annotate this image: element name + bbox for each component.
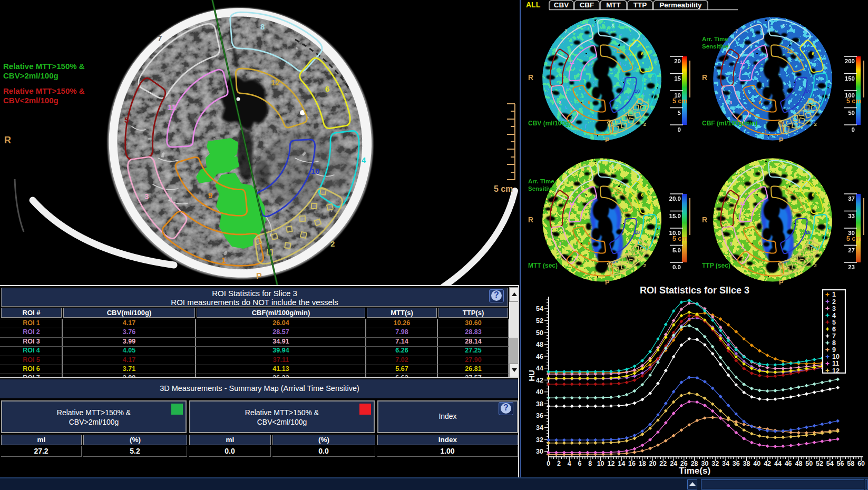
svg-text:6: 6 <box>325 84 329 93</box>
svg-text:5: 5 <box>720 207 723 212</box>
svg-text:9: 9 <box>758 241 761 246</box>
svg-text:36: 36 <box>536 412 543 419</box>
svg-text:0.0: 0.0 <box>672 264 681 270</box>
svg-text:0: 0 <box>852 126 855 133</box>
svg-text:0: 0 <box>547 460 550 467</box>
svg-text:10: 10 <box>635 230 640 235</box>
svg-text:8: 8 <box>588 460 592 467</box>
svg-text:2: 2 <box>643 122 646 127</box>
svg-text:7: 7 <box>832 332 836 340</box>
svg-text:15.0: 15.0 <box>669 213 681 219</box>
svg-text:46: 46 <box>536 353 543 360</box>
svg-text:12: 12 <box>271 78 280 87</box>
svg-text:6: 6 <box>832 326 836 333</box>
svg-text:27: 27 <box>848 247 855 253</box>
svg-text:Time(s): Time(s) <box>679 466 710 476</box>
svg-text:40: 40 <box>753 460 760 467</box>
svg-text:5: 5 <box>832 319 836 326</box>
svg-text:1: 1 <box>221 256 226 264</box>
svg-text:8: 8 <box>611 164 614 170</box>
svg-text:10: 10 <box>805 230 811 235</box>
svg-text:11: 11 <box>740 60 745 65</box>
svg-text:MTT (sec): MTT (sec) <box>528 262 558 269</box>
svg-text:3: 3 <box>144 192 149 201</box>
svg-text:P: P <box>605 136 610 144</box>
svg-text:11: 11 <box>168 103 176 112</box>
svg-text:18: 18 <box>639 460 646 467</box>
svg-text:23: 23 <box>848 264 855 270</box>
svg-text:P: P <box>779 136 784 144</box>
svg-text:48: 48 <box>536 341 543 348</box>
svg-text:46: 46 <box>785 460 792 467</box>
svg-text:9: 9 <box>758 100 761 105</box>
svg-text:30: 30 <box>536 448 543 455</box>
svg-text:10: 10 <box>832 353 840 360</box>
svg-text:MTT: MTT <box>606 1 621 9</box>
svg-text:HU: HU <box>527 370 536 381</box>
svg-text:5: 5 <box>124 115 129 124</box>
svg-text:P: P <box>779 278 784 285</box>
svg-text:9: 9 <box>588 241 590 246</box>
svg-text:52: 52 <box>536 317 543 325</box>
svg-text:32: 32 <box>536 436 543 444</box>
svg-text:54: 54 <box>826 460 834 467</box>
svg-text:5.0: 5.0 <box>672 247 681 253</box>
svg-text:150: 150 <box>845 75 855 82</box>
svg-text:12: 12 <box>616 190 621 195</box>
svg-text:R: R <box>702 215 707 224</box>
svg-text:Relative MTT>150% &: Relative MTT>150% & <box>3 86 85 95</box>
svg-text:32: 32 <box>711 460 719 467</box>
svg-text:R: R <box>4 135 11 145</box>
svg-text:4: 4 <box>832 312 836 319</box>
svg-text:2: 2 <box>330 239 335 248</box>
svg-text:8: 8 <box>782 164 785 170</box>
svg-text:24: 24 <box>670 460 677 467</box>
svg-text:8: 8 <box>832 339 836 347</box>
svg-text:6: 6 <box>641 192 643 198</box>
svg-text:3: 3 <box>729 100 732 105</box>
svg-text:2: 2 <box>814 263 817 268</box>
svg-text:2: 2 <box>643 263 646 268</box>
svg-text:11: 11 <box>832 360 839 367</box>
svg-text:10: 10 <box>311 166 320 175</box>
svg-text:1: 1 <box>594 270 597 276</box>
svg-text:48: 48 <box>795 460 802 467</box>
svg-text:34: 34 <box>536 424 543 432</box>
svg-text:2: 2 <box>814 122 817 127</box>
svg-text:11: 11 <box>569 201 574 206</box>
svg-text:R: R <box>528 73 533 82</box>
svg-text:56: 56 <box>837 460 844 467</box>
svg-text:12: 12 <box>607 460 615 467</box>
svg-text:1: 1 <box>765 129 767 134</box>
svg-text:5 cm: 5 cm <box>846 97 862 105</box>
svg-text:TTP: TTP <box>633 1 647 9</box>
svg-text:37: 37 <box>848 195 855 202</box>
svg-text:P: P <box>256 272 262 281</box>
svg-text:50: 50 <box>536 329 543 337</box>
svg-text:38: 38 <box>536 400 543 408</box>
svg-text:Relative MTT>150% &: Relative MTT>150% & <box>3 62 85 71</box>
svg-text:40: 40 <box>536 388 543 396</box>
svg-text:42: 42 <box>536 377 543 384</box>
svg-text:33: 33 <box>848 213 855 219</box>
svg-text:2: 2 <box>557 460 561 467</box>
svg-text:ALL: ALL <box>526 1 541 9</box>
svg-text:5: 5 <box>550 65 552 71</box>
svg-text:44: 44 <box>774 460 782 467</box>
svg-text:5 cm: 5 cm <box>494 184 513 193</box>
svg-text:5: 5 <box>550 207 552 212</box>
svg-text:4: 4 <box>362 155 366 164</box>
svg-text:Sensitive: Sensitive <box>528 185 555 192</box>
svg-text:54: 54 <box>536 305 543 312</box>
svg-text:11: 11 <box>740 201 745 206</box>
svg-text:4: 4 <box>568 460 571 467</box>
svg-text:1: 1 <box>832 291 836 298</box>
svg-text:36: 36 <box>733 460 740 467</box>
svg-text:10: 10 <box>597 460 604 467</box>
svg-text:16: 16 <box>628 460 636 467</box>
svg-text:7: 7 <box>565 170 568 175</box>
svg-text:20: 20 <box>674 58 681 64</box>
svg-text:R: R <box>528 215 533 224</box>
svg-text:200: 200 <box>845 58 855 64</box>
svg-text:CBF (ml/100g/min): CBF (ml/100g/min) <box>702 120 757 127</box>
